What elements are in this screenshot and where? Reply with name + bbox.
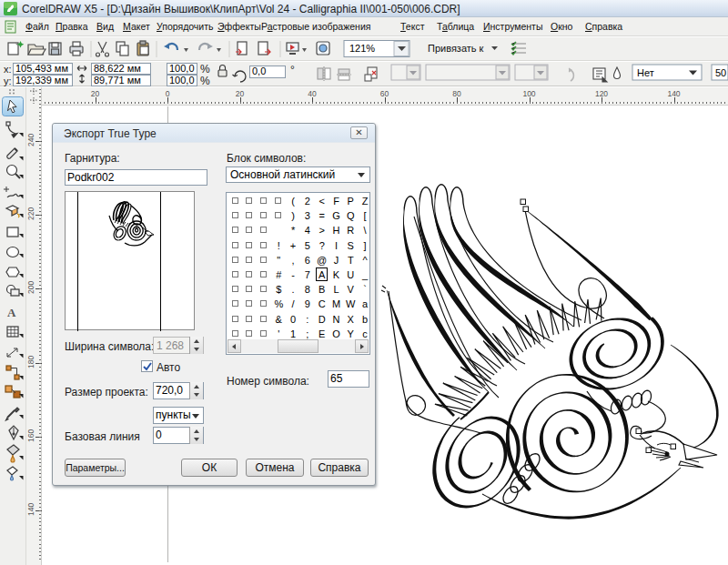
svg-text:Нет: Нет xyxy=(637,67,654,78)
svg-text:A: A xyxy=(7,306,16,319)
svg-text:Привязать к: Привязать к xyxy=(428,43,484,54)
svg-text:121%: 121% xyxy=(349,43,375,54)
svg-text:50: 50 xyxy=(715,67,726,78)
